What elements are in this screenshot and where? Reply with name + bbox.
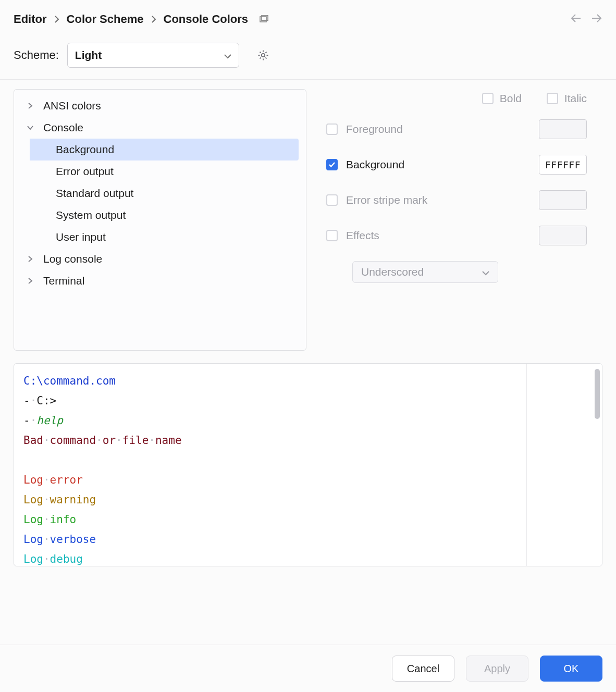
foreground-label: Foreground — [346, 123, 403, 135]
background-swatch[interactable]: FFFFFF — [539, 155, 587, 175]
error-stripe-swatch — [539, 190, 587, 210]
tree-item-user-input[interactable]: User input — [14, 226, 306, 248]
tree-label: Console — [43, 121, 83, 134]
bold-label: Bold — [500, 92, 522, 105]
error-stripe-label: Error stripe mark — [346, 194, 427, 206]
tree-item-ansi[interactable]: ANSI colors — [14, 95, 306, 117]
gear-icon[interactable] — [257, 49, 269, 61]
preview-token: or — [103, 434, 116, 447]
effects-checkbox[interactable] — [326, 230, 338, 241]
tree-item-error-output[interactable]: Error output — [14, 160, 306, 182]
chevron-right-icon[interactable] — [24, 256, 36, 262]
tree-label: Terminal — [43, 275, 84, 287]
cancel-button[interactable]: Cancel — [392, 656, 454, 682]
preview-token: info — [50, 513, 77, 526]
tree-item-terminal[interactable]: Terminal — [14, 270, 306, 292]
italic-checkbox — [547, 93, 558, 104]
chevron-right-icon — [151, 16, 156, 23]
preview-token: - — [23, 414, 30, 427]
tree-label: Log console — [43, 253, 102, 265]
preview-text: C:\command.com -·C:> -·help Bad·command·… — [14, 364, 526, 566]
breadcrumb-console-colors: Console Colors — [164, 13, 249, 26]
preview-token: Log — [23, 474, 43, 486]
preview-token: C:> — [36, 394, 56, 407]
foreground-checkbox[interactable] — [326, 123, 338, 135]
chevron-right-icon[interactable] — [24, 278, 36, 284]
preview-token: Log — [23, 553, 43, 565]
preview-token: Log — [23, 533, 43, 546]
preview-token: command — [50, 434, 96, 447]
apply-button: Apply — [466, 656, 528, 682]
effect-type-select: Underscored — [352, 261, 498, 283]
italic-label: Italic — [564, 92, 587, 105]
ok-button[interactable]: OK — [540, 656, 602, 682]
nav-forward-icon[interactable] — [591, 14, 602, 23]
tree-item-log-console[interactable]: Log console — [14, 248, 306, 270]
preview-token: help — [36, 414, 63, 427]
preview-token: Log — [23, 493, 43, 506]
chevron-down-icon[interactable] — [24, 125, 36, 130]
scheme-value: Light — [75, 49, 102, 61]
svg-rect-0 — [260, 17, 266, 22]
tree-item-console[interactable]: Console — [14, 117, 306, 139]
tree-item-background[interactable]: Background — [30, 139, 299, 160]
preview-token: file — [122, 434, 149, 447]
preview-pane: C:\command.com -·C:> -·help Bad·command·… — [14, 363, 602, 566]
preview-token: verbose — [50, 533, 96, 546]
foreground-swatch — [539, 119, 587, 139]
chevron-down-icon — [482, 266, 489, 278]
preview-token: Bad — [23, 434, 43, 447]
svg-rect-1 — [262, 16, 268, 21]
effect-type-value: Underscored — [361, 266, 424, 278]
category-tree: ANSI colors Console Background Error out… — [14, 89, 306, 351]
chevron-down-icon — [224, 49, 231, 61]
preview-line: C:\command.com — [23, 375, 116, 387]
breadcrumb-color-scheme[interactable]: Color Scheme — [67, 13, 144, 26]
breadcrumb-editor[interactable]: Editor — [14, 13, 47, 26]
preview-token: debug — [50, 553, 83, 565]
scheme-select[interactable]: Light — [67, 43, 239, 68]
nav-back-icon[interactable] — [570, 14, 582, 23]
error-stripe-checkbox[interactable] — [326, 194, 338, 206]
tree-label: User input — [56, 231, 106, 243]
preview-token: warning — [50, 493, 96, 506]
preview-token: name — [155, 434, 182, 447]
scheme-label: Scheme: — [14, 48, 59, 62]
chevron-right-icon[interactable] — [24, 103, 36, 109]
effects-swatch — [539, 226, 587, 245]
bold-checkbox — [482, 93, 494, 104]
svg-point-2 — [262, 54, 265, 57]
tree-item-system-output[interactable]: System output — [14, 204, 306, 226]
tree-label: System output — [56, 209, 126, 221]
tree-item-standard-output[interactable]: Standard output — [14, 182, 306, 204]
separate-window-icon[interactable] — [260, 15, 269, 23]
preview-token: error — [50, 474, 83, 486]
background-label: Background — [346, 158, 404, 171]
preview-token: - — [23, 394, 30, 407]
tree-label: Standard output — [56, 187, 133, 200]
scrollbar-thumb[interactable] — [595, 369, 600, 419]
effects-label: Effects — [346, 229, 379, 242]
tree-label: ANSI colors — [43, 100, 101, 112]
chevron-right-icon — [54, 16, 59, 23]
preview-gutter — [526, 364, 602, 566]
tree-label: Background — [56, 143, 114, 156]
preview-token: Log — [23, 513, 43, 526]
background-checkbox[interactable] — [326, 159, 338, 170]
tree-label: Error output — [56, 165, 114, 178]
